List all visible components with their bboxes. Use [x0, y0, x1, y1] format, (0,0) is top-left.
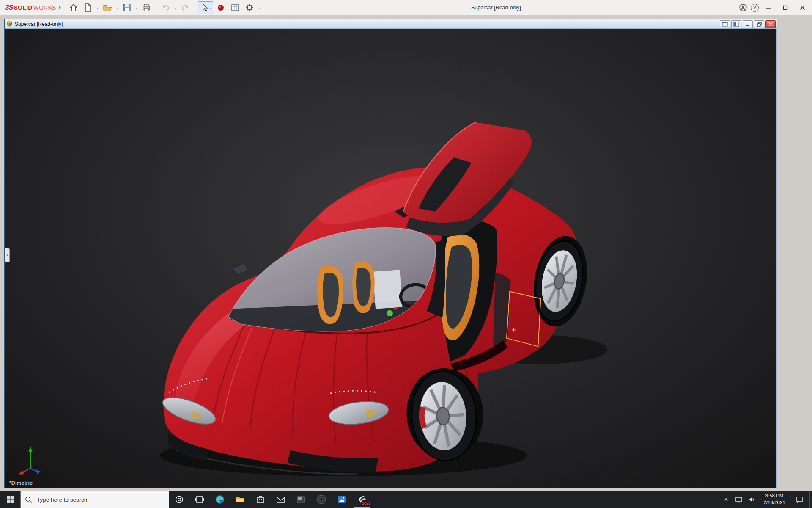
start-button[interactable] — [0, 491, 20, 508]
minimize-icon — [766, 5, 771, 10]
save-button[interactable] — [120, 1, 134, 14]
taskbar-clock[interactable]: 3:58 PM 2/16/2021 — [759, 493, 790, 506]
chevron-up-icon — [723, 497, 729, 502]
maximize-icon — [783, 5, 788, 10]
windows-taskbar: 2021 3:58 PM 2/16/2021 — [0, 491, 812, 508]
minimize-app-button[interactable] — [761, 1, 776, 14]
featuremanager-expand-tab[interactable] — [5, 248, 10, 262]
open-button[interactable] — [101, 1, 114, 14]
maximize-app-button[interactable] — [778, 1, 793, 14]
app-titlebar: 3S SOLID WORKS — [0, 0, 812, 15]
minimize-doc-button[interactable] — [743, 20, 753, 28]
taskbar-app-file-explorer[interactable] — [230, 491, 250, 508]
taskbar-app-photos[interactable] — [332, 491, 352, 508]
document-titlebar[interactable]: Supercar [Read-only] — [5, 19, 777, 29]
new-document-icon — [83, 3, 93, 13]
options-dropdown[interactable] — [257, 1, 261, 14]
close-app-button[interactable] — [795, 1, 809, 14]
mail-icon — [276, 494, 286, 505]
appearance-sphere-icon — [216, 3, 226, 13]
menu-expand-arrow-icon[interactable] — [59, 6, 63, 9]
windows-logo-icon — [6, 496, 14, 503]
undo-dropdown[interactable] — [173, 1, 178, 14]
file-explorer-icon — [235, 494, 245, 505]
options-button[interactable] — [243, 1, 256, 14]
account-button[interactable] — [738, 3, 748, 13]
minimize-icon — [746, 22, 750, 26]
task-view-button[interactable] — [189, 491, 210, 508]
chevron-left-icon — [5, 254, 8, 257]
save-icon — [122, 3, 132, 13]
print-button[interactable] — [140, 1, 153, 14]
restore-icon — [757, 22, 762, 27]
new-document-dropdown[interactable] — [96, 1, 100, 14]
taskbar-app-media-player[interactable] — [311, 491, 332, 508]
taskbar-app-edge[interactable] — [210, 491, 230, 508]
taskbar-app-mail[interactable] — [271, 491, 291, 508]
clock-time: 3:58 PM — [760, 493, 789, 500]
volume-button[interactable] — [746, 491, 757, 508]
redo-icon — [180, 3, 190, 13]
photos-icon — [337, 494, 347, 505]
tile-right-icon — [733, 22, 739, 27]
notification-icon — [796, 495, 804, 504]
reference-triad — [16, 444, 47, 476]
help-button[interactable]: ? — [751, 4, 759, 12]
undo-icon — [161, 3, 171, 13]
search-input[interactable] — [36, 496, 154, 503]
open-folder-icon — [102, 3, 112, 13]
undo-button[interactable] — [159, 1, 173, 14]
search-icon — [25, 496, 32, 503]
volume-icon — [748, 496, 755, 503]
edge-icon — [215, 494, 225, 505]
network-button[interactable] — [733, 491, 744, 508]
taskbar-app-snipping-tool[interactable] — [291, 491, 311, 508]
tile-left-icon — [722, 22, 728, 27]
redo-dropdown[interactable] — [193, 1, 197, 14]
print-icon — [141, 3, 151, 13]
document-title: Supercar [Read-only] — [15, 21, 63, 27]
close-doc-button[interactable] — [765, 20, 776, 28]
solidworks-version-badge: 2021 — [362, 501, 370, 505]
side-mirror — [233, 263, 248, 275]
tile-left-button[interactable] — [720, 20, 730, 28]
print-dropdown[interactable] — [154, 1, 158, 14]
taskbar-app-store[interactable] — [250, 491, 271, 508]
solidworks-logo: 3S SOLID WORKS — [5, 3, 56, 12]
save-dropdown[interactable] — [134, 1, 139, 14]
show-desktop-button[interactable] — [809, 491, 812, 508]
supercar-model[interactable] — [5, 29, 776, 488]
options-gear-icon — [244, 3, 255, 13]
redo-button[interactable] — [178, 1, 192, 14]
help-icon: ? — [753, 5, 756, 11]
appearances-button[interactable] — [214, 1, 228, 14]
select-dropdown-caret[interactable] — [209, 8, 211, 10]
store-icon — [255, 494, 266, 505]
task-view-icon — [195, 495, 204, 504]
restore-doc-button[interactable] — [754, 20, 764, 28]
action-center-button[interactable] — [792, 491, 808, 508]
tile-right-button[interactable] — [731, 20, 741, 28]
close-icon — [800, 5, 805, 11]
design-table-button[interactable] — [228, 1, 242, 14]
taskbar-search[interactable] — [20, 491, 169, 508]
open-dropdown[interactable] — [115, 1, 119, 14]
close-icon — [768, 22, 773, 26]
new-document-button[interactable] — [81, 1, 95, 14]
clock-date: 2/16/2021 — [760, 500, 789, 506]
home-icon — [69, 3, 79, 13]
select-tool-button[interactable] — [198, 1, 213, 14]
hidden-icons-button[interactable] — [721, 491, 732, 508]
home-button[interactable] — [67, 1, 80, 14]
3ds-logo-mark: 3S — [5, 3, 13, 12]
taskbar-app-solidworks[interactable]: 2021 — [352, 491, 372, 508]
cortana-icon — [175, 495, 184, 504]
system-tray: 3:58 PM 2/16/2021 — [721, 491, 812, 508]
document-window: Supercar [Read-only] — [4, 19, 777, 488]
graphics-viewport[interactable]: *Dimetric — [5, 29, 776, 488]
select-arrow-icon — [200, 3, 209, 13]
quick-access-toolbar — [67, 1, 261, 14]
view-orientation-label: *Dimetric — [9, 480, 33, 486]
cortana-button[interactable] — [169, 491, 189, 508]
media-player-icon — [316, 494, 326, 505]
